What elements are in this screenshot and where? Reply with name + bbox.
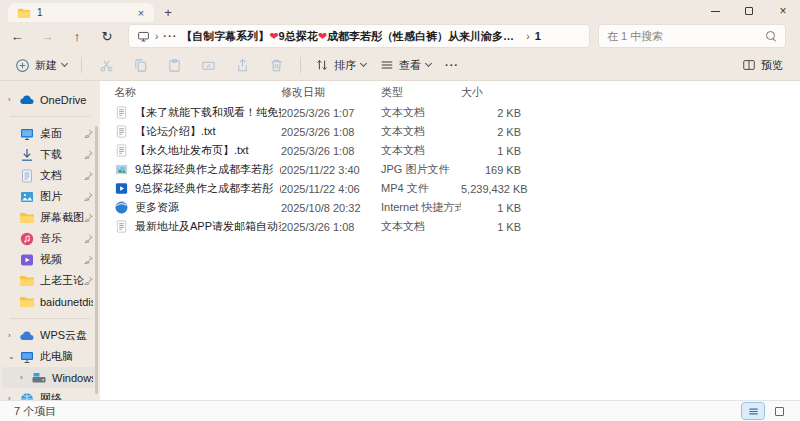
sidebar-item-screenshots[interactable]: 屏幕截图 bbox=[2, 207, 95, 228]
sidebar-divider bbox=[10, 318, 90, 319]
address-bar[interactable]: › ··· 【自制字幕系列】❤9总探花❤成都李若彤（性感白裤）从来川渝多宝藏 港… bbox=[128, 24, 590, 48]
more-options-button[interactable]: ··· bbox=[438, 53, 466, 77]
folder-icon bbox=[19, 210, 35, 226]
folder-icon bbox=[19, 273, 35, 289]
details-view-toggle[interactable] bbox=[742, 403, 764, 419]
sidebar-item-music[interactable]: 音乐 bbox=[2, 228, 95, 249]
file-date: 2025/3/26 1:08 bbox=[281, 221, 381, 233]
sidebar-item-forum-folder[interactable]: 上老王论坛当 bbox=[2, 270, 95, 291]
search-box[interactable]: 在 1 中搜索 bbox=[598, 24, 786, 48]
sidebar-scrollbar[interactable] bbox=[95, 126, 98, 394]
file-date: 2025/11/22 4:06 bbox=[281, 183, 381, 195]
expand-chevron-icon[interactable]: › bbox=[20, 373, 31, 382]
sidebar-item-label: 此电脑 bbox=[40, 349, 93, 364]
breadcrumb-overflow-button[interactable]: ··· bbox=[163, 30, 177, 42]
preview-button[interactable]: 预览 bbox=[735, 53, 790, 77]
thumbnail-view-toggle[interactable] bbox=[768, 403, 790, 419]
close-button[interactable]: × bbox=[766, 0, 800, 22]
tab-title: 1 bbox=[37, 7, 128, 18]
file-row[interactable]: 最新地址及APP请发邮箱自动获取！！！.txt 2025/3/26 1:08 文… bbox=[100, 217, 800, 236]
file-type: MP4 文件 bbox=[381, 181, 461, 196]
file-name: 【永久地址发布页】.txt bbox=[135, 143, 249, 158]
breadcrumb-text: 成都李若彤（性感白裤）从来川渝多宝藏 港星女神八分像 bbox=[327, 30, 521, 42]
minimize-icon bbox=[711, 11, 720, 12]
maximize-button[interactable] bbox=[732, 0, 766, 22]
sidebar-item-label: OneDrive bbox=[40, 94, 93, 106]
file-row[interactable]: 9总探花经典作之成都李若彤（性感白裤）072... 2025/11/22 4:0… bbox=[100, 179, 800, 198]
pin-icon bbox=[84, 171, 93, 180]
file-date: 2025/10/8 20:32 bbox=[281, 202, 381, 214]
folder-icon bbox=[19, 294, 35, 310]
wps-cloud-icon bbox=[19, 328, 35, 344]
sort-button[interactable]: 排序 bbox=[308, 53, 373, 77]
search-placeholder: 在 1 中搜索 bbox=[607, 29, 766, 44]
toolbar-divider bbox=[300, 57, 301, 73]
sidebar-item-pictures[interactable]: 图片 bbox=[2, 186, 95, 207]
breadcrumb-folder-segment[interactable]: 【自制字幕系列】❤9总探花❤成都李若彤（性感白裤）从来川渝多宝藏 港星女神八分像 bbox=[181, 29, 521, 44]
file-name: 【来了就能下载和观看！纯免费！】.txt bbox=[135, 105, 281, 120]
back-button[interactable]: ← bbox=[4, 24, 30, 48]
expand-chevron-icon[interactable]: › bbox=[8, 95, 19, 104]
minimize-button[interactable] bbox=[698, 0, 732, 22]
chevron-down-icon bbox=[425, 60, 432, 67]
explorer-tab[interactable]: 1 × bbox=[8, 3, 154, 22]
tab-close-icon[interactable]: × bbox=[134, 7, 148, 19]
navigation-bar: ← → ↑ ↻ › ··· 【自制字幕系列】❤9总探花❤成都李若彤（性感白裤）从… bbox=[0, 22, 800, 50]
column-header-size[interactable]: 大小 bbox=[461, 85, 521, 100]
breadcrumb-chevron-icon: › bbox=[525, 31, 530, 42]
breadcrumb-leaf-segment[interactable]: 1 bbox=[535, 30, 541, 42]
sidebar-item-network[interactable]: › 网络 bbox=[2, 388, 95, 400]
sidebar-item-videos[interactable]: 视频 bbox=[2, 249, 95, 270]
view-label: 查看 bbox=[399, 58, 421, 73]
file-size: 1 KB bbox=[461, 145, 521, 157]
rename-button[interactable]: A bbox=[191, 53, 225, 77]
document-icon bbox=[19, 168, 35, 184]
sidebar-item-desktop[interactable]: 桌面 bbox=[2, 123, 95, 144]
file-row[interactable]: 【永久地址发布页】.txt 2025/3/26 1:08 文本文档 1 KB bbox=[100, 141, 800, 160]
sidebar-item-windows-ssd[interactable]: › Windows-SSD bbox=[2, 367, 95, 388]
file-row[interactable]: 9总探花经典作之成都李若彤（性感白裤）0[20... 2025/11/22 3:… bbox=[100, 160, 800, 179]
text-file-icon bbox=[114, 124, 129, 139]
pin-icon bbox=[84, 234, 93, 243]
file-type: 文本文档 bbox=[381, 143, 461, 158]
sidebar-item-label: 网络 bbox=[40, 391, 93, 400]
collapse-chevron-icon[interactable]: ⌄ bbox=[8, 352, 19, 361]
sidebar-item-this-pc[interactable]: ⌄ 此电脑 bbox=[2, 346, 95, 367]
copy-icon bbox=[133, 58, 148, 73]
this-pc-icon bbox=[137, 30, 150, 43]
new-button[interactable]: 新建 bbox=[8, 53, 74, 77]
share-button[interactable] bbox=[225, 53, 259, 77]
sidebar-item-baidu-folder[interactable]: baidunetdiskdo bbox=[2, 291, 95, 312]
refresh-button[interactable]: ↻ bbox=[94, 24, 120, 48]
new-plus-icon bbox=[15, 58, 30, 73]
expand-chevron-icon[interactable]: › bbox=[8, 331, 19, 340]
delete-button[interactable] bbox=[259, 53, 293, 77]
file-size: 2 KB bbox=[461, 107, 521, 119]
jpg-file-icon bbox=[114, 162, 129, 177]
sidebar-item-documents[interactable]: 文档 bbox=[2, 165, 95, 186]
file-name: 【论坛介绍】.txt bbox=[135, 124, 216, 139]
sidebar-item-label: 图片 bbox=[40, 189, 84, 204]
sidebar-item-onedrive[interactable]: › OneDrive bbox=[2, 89, 95, 110]
paste-button[interactable] bbox=[157, 53, 191, 77]
cut-button[interactable] bbox=[89, 53, 123, 77]
column-header-type[interactable]: 类型 bbox=[381, 85, 461, 100]
column-header-name[interactable]: 名称 bbox=[100, 85, 281, 100]
forward-button[interactable]: → bbox=[34, 24, 60, 48]
paste-icon bbox=[167, 58, 182, 73]
breadcrumb-text: 【自制字幕系列】 bbox=[181, 30, 269, 42]
view-button[interactable]: 查看 bbox=[373, 53, 438, 77]
up-button[interactable]: ↑ bbox=[64, 24, 90, 48]
drive-icon bbox=[31, 370, 47, 386]
preview-label: 预览 bbox=[761, 58, 783, 73]
file-row[interactable]: 【来了就能下载和观看！纯免费！】.txt 2025/3/26 1:07 文本文档… bbox=[100, 103, 800, 122]
copy-button[interactable] bbox=[123, 53, 157, 77]
file-row[interactable]: 【论坛介绍】.txt 2025/3/26 1:08 文本文档 2 KB bbox=[100, 122, 800, 141]
sidebar-item-wps-cloud[interactable]: › WPS云盘 bbox=[2, 325, 95, 346]
file-type: 文本文档 bbox=[381, 105, 461, 120]
sort-label: 排序 bbox=[334, 58, 356, 73]
column-header-date[interactable]: 修改日期 bbox=[281, 85, 381, 100]
sidebar-item-downloads[interactable]: 下载 bbox=[2, 144, 95, 165]
file-row[interactable]: 更多资源 2025/10/8 20:32 Internet 快捷方式 1 KB bbox=[100, 198, 800, 217]
new-tab-button[interactable]: + bbox=[158, 3, 178, 22]
